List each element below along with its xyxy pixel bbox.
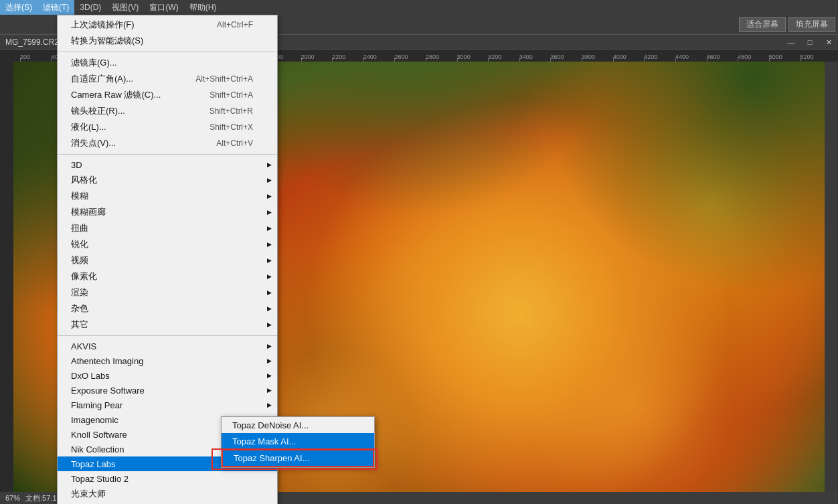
cat-blur-item[interactable]: 模糊 (58, 188, 277, 204)
lens-correction-item[interactable]: 镜头校正(R)... Shift+Ctrl+R (58, 103, 277, 119)
menu-view[interactable]: 视图(V) (106, 0, 144, 15)
plugin-flaming-item[interactable]: Flaming Pear (58, 398, 277, 412)
ruler-end (825, 50, 838, 62)
plugin-topaz-studio-item[interactable]: Topaz Studio 2 (58, 471, 277, 486)
menu-section-categories: 3D 风格化 模糊 模糊画廊 扭曲 锐化 视频 像素化 渲染 杂色 其它 (58, 156, 277, 334)
convert-smart-filter-item[interactable]: 转换为智能滤镜(S) (58, 33, 277, 49)
fit-screen-button[interactable]: 适合屏幕 (739, 17, 786, 32)
vanishing-point-item[interactable]: 消失点(V)... Alt+Ctrl+V (58, 135, 277, 151)
menu-select[interactable]: 选择(S) (0, 0, 37, 15)
cat-noise-item[interactable]: 杂色 (58, 301, 277, 317)
menu-filter[interactable]: 滤镜(T) (37, 0, 74, 15)
plugin-exposure-item[interactable]: Exposure Software (58, 383, 277, 398)
maximize-button[interactable]: □ (801, 35, 819, 50)
minimize-button[interactable]: — (782, 35, 801, 50)
camera-raw-item[interactable]: Camera Raw 滤镜(C)... Shift+Ctrl+A (58, 87, 277, 103)
fill-screen-button[interactable]: 填充屏幕 (788, 17, 835, 32)
cat-style-item[interactable]: 风格化 (58, 172, 277, 188)
menu-window[interactable]: 窗口(W) (144, 0, 183, 15)
cat-3d-item[interactable]: 3D (58, 157, 277, 172)
menu-help[interactable]: 帮助(H) (184, 0, 222, 15)
ruler-corner (0, 50, 13, 62)
cat-pixelate-item[interactable]: 像素化 (58, 268, 277, 284)
plugin-lightbeam-item[interactable]: 光束大师 (58, 486, 277, 502)
cat-blur-gallery-item[interactable]: 模糊画廊 (58, 204, 277, 220)
menu-section-top: 上次滤镜操作(F) Alt+Ctrl+F 转换为智能滤镜(S) (58, 15, 277, 50)
close-button[interactable]: ✕ (819, 35, 838, 50)
menu-section-filters: 滤镜库(G)... 自适应广角(A)... Alt+Shift+Ctrl+A C… (58, 54, 277, 153)
divider-3 (58, 335, 277, 336)
filter-gallery-item[interactable]: 滤镜库(G)... (58, 55, 277, 71)
liquify-item[interactable]: 液化(L)... Shift+Ctrl+X (58, 119, 277, 135)
right-panel (825, 50, 838, 492)
divider-1 (58, 52, 277, 52)
plugin-dxo-item[interactable]: DxO Labs (58, 368, 277, 383)
ruler-vertical (0, 62, 13, 492)
cat-other-item[interactable]: 其它 (58, 317, 277, 333)
topaz-mask-item[interactable]: Topaz Mask AI... (222, 433, 374, 449)
menu-bar: 选择(S) 滤镜(T) 3D(D) 视图(V) 窗口(W) 帮助(H) (0, 0, 838, 15)
divider-2 (58, 154, 277, 155)
plugin-akvis-item[interactable]: AKVIS (58, 339, 277, 353)
plugin-athentech-item[interactable]: Athentech Imaging (58, 353, 277, 368)
last-filter-item[interactable]: 上次滤镜操作(F) Alt+Ctrl+F (58, 17, 277, 33)
topaz-denoise-item[interactable]: Topaz DeNoise AI... (222, 417, 374, 433)
zoom-level: 67% (5, 494, 20, 502)
menu-3d[interactable]: 3D(D) (74, 0, 106, 15)
cat-video-item[interactable]: 视频 (58, 252, 277, 268)
topaz-submenu: Topaz DeNoise AI... Topaz Mask AI... Top… (221, 416, 375, 468)
cat-render-item[interactable]: 渲染 (58, 284, 277, 301)
cat-sharpen-item[interactable]: 锐化 (58, 236, 277, 252)
window-controls: — □ ✕ (782, 35, 838, 50)
topaz-sharpen-item[interactable]: Topaz Sharpen AI... (222, 449, 374, 467)
cat-distort-item[interactable]: 扭曲 (58, 220, 277, 236)
adaptive-wide-item[interactable]: 自适应广角(A)... Alt+Shift+Ctrl+A (58, 71, 277, 87)
